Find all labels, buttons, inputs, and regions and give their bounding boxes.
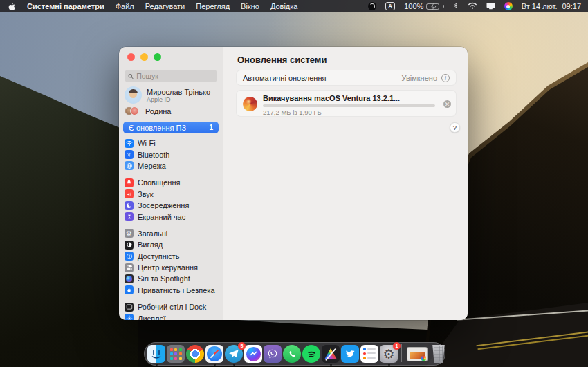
system-settings-window: Мирослав Трінько Apple ID Родина Є оновл…	[119, 47, 468, 320]
dock-spotify-icon[interactable]	[302, 344, 321, 364]
dock-launchpad-icon[interactable]	[166, 344, 185, 364]
dock-safari-icon[interactable]	[205, 344, 224, 364]
menu-window[interactable]: Вікно	[241, 2, 259, 10]
sidebar-item-sound[interactable]: Звук	[123, 189, 219, 200]
sidebar-item-general[interactable]: ⚙ Загальні	[123, 228, 219, 239]
sidebar-item-siri-spotlight[interactable]: Siri та Spotlight	[123, 273, 219, 284]
menu-edit[interactable]: Редагувати	[145, 2, 185, 10]
avatar	[125, 86, 142, 104]
sidebar-item-network[interactable]: Мережа	[123, 160, 219, 171]
help-button[interactable]: ?	[450, 122, 460, 133]
menu-bar: Системні параметри Файл Редагувати Перег…	[0, 0, 588, 12]
siri-icon	[125, 274, 134, 283]
display-icon[interactable]	[486, 2, 495, 11]
progress-bar	[263, 104, 435, 107]
hand-icon	[125, 285, 134, 294]
window-controls	[127, 53, 161, 61]
sidebar-item-family[interactable]: Родина	[125, 106, 172, 115]
search-input[interactable]	[136, 72, 214, 80]
running-indicator	[233, 364, 235, 366]
profile-name: Мирослав Трінько	[147, 88, 210, 96]
menu-clock[interactable]: Вт 14 лют. 09:17	[522, 2, 581, 10]
avatar	[130, 106, 139, 115]
sidebar-item-label: Сповіщення	[138, 178, 180, 187]
dock-minimized-window[interactable]	[405, 344, 430, 364]
sidebar-search[interactable]	[125, 70, 217, 82]
page-title: Оновлення системи	[237, 55, 327, 65]
sidebar-list: Wi-Fi Bluetooth Мережа Сповіщення	[123, 138, 219, 320]
settings-sidebar: Мирослав Трінько Apple ID Родина Є оновл…	[119, 47, 223, 320]
dock-telegram-icon[interactable]: 5	[224, 344, 244, 364]
dock-finder-icon[interactable]	[147, 344, 166, 364]
battery-indicator[interactable]: 100%	[404, 2, 444, 10]
sidebar-item-label: Приватність і Безпека	[138, 286, 215, 294]
bell-icon	[125, 178, 134, 187]
sidebar-item-control-center[interactable]: Центр керування	[123, 262, 219, 273]
clock-time: 09:17	[562, 2, 581, 10]
download-title: Викачування macOS Ventura 13.2.1...	[263, 94, 400, 102]
minimize-window-button[interactable]	[140, 53, 148, 61]
cancel-download-button[interactable]: ✕	[443, 100, 451, 108]
menu-help[interactable]: Довідка	[270, 2, 298, 10]
download-progress-card: Викачування macOS Ventura 13.2.1... 217,…	[236, 90, 457, 117]
control-center-icon	[125, 263, 134, 272]
dock-system-settings-icon[interactable]: 1 ⚙	[379, 344, 398, 364]
menu-extra-icon[interactable]	[368, 2, 376, 10]
sidebar-item-screen-time[interactable]: Екранний час	[123, 211, 219, 222]
sidebar-item-label: Робочий стіл і Dock	[138, 303, 206, 311]
clock-date: Вт 14 лют.	[522, 2, 558, 10]
menu-file[interactable]: Файл	[116, 2, 134, 10]
sidebar-item-wifi[interactable]: Wi-Fi	[123, 138, 219, 149]
wifi-icon[interactable]	[468, 2, 477, 11]
family-avatars	[125, 106, 140, 115]
info-icon[interactable]: i	[441, 74, 450, 82]
charging-bolt-icon	[431, 3, 437, 10]
apple-id-profile[interactable]: Мирослав Трінько Apple ID	[125, 86, 210, 104]
profile-subtitle: Apple ID	[147, 96, 210, 103]
dock-messenger-icon[interactable]	[244, 344, 263, 364]
gear-icon: ⚙	[383, 348, 394, 361]
automatic-updates-label: Автоматичні оновлення	[243, 74, 326, 82]
close-window-button[interactable]	[127, 53, 135, 61]
sidebar-item-label: Bluetooth	[138, 151, 169, 159]
gear-icon: ⚙	[125, 229, 134, 238]
sidebar-item-privacy-security[interactable]: Приватність і Безпека	[123, 285, 219, 296]
dock-reminders-icon[interactable]	[360, 344, 379, 364]
input-source-icon[interactable]: A	[385, 2, 395, 10]
menu-view[interactable]: Перегляд	[196, 2, 230, 10]
sidebar-item-software-update[interactable]: Є оновлення ПЗ 1	[123, 122, 219, 133]
sidebar-item-appearance[interactable]: Вигляд	[123, 239, 219, 250]
sidebar-item-label: Загальні	[138, 229, 167, 238]
dock-chrome-icon[interactable]	[185, 344, 205, 364]
dock-viber-icon[interactable]	[263, 344, 282, 364]
dock-trash-icon[interactable]	[430, 344, 448, 364]
menu-app-name[interactable]: Системні параметри	[27, 2, 104, 10]
dock-whatsapp-icon[interactable]	[282, 344, 302, 364]
battery-percent: 100%	[404, 2, 423, 10]
sidebar-item-displays[interactable]: Дисплеї	[123, 312, 219, 320]
sidebar-item-label: Екранний час	[138, 213, 185, 221]
notification-badge: 5	[238, 342, 246, 350]
battery-icon	[426, 3, 439, 10]
dock-photo-editor-icon[interactable]	[321, 344, 340, 364]
sidebar-item-label: Доступність	[138, 252, 180, 261]
sidebar-item-desktop-dock[interactable]: Робочий стіл і Dock	[123, 301, 219, 312]
download-size-text: 217,2 МБ із 1,90 ГБ	[263, 109, 322, 116]
bluetooth-icon	[125, 150, 134, 159]
sidebar-item-bluetooth[interactable]: Bluetooth	[123, 149, 219, 160]
apple-menu-icon[interactable]	[8, 2, 16, 11]
sidebar-item-label: Wi-Fi	[138, 139, 156, 147]
sidebar-item-focus[interactable]: Зосередження	[123, 200, 219, 211]
sidebar-item-label: Вигляд	[138, 241, 163, 249]
sidebar-item-label: Звук	[138, 190, 154, 198]
settings-main-panel: Оновлення системи Автоматичні оновлення …	[224, 47, 468, 320]
bluetooth-icon[interactable]	[453, 1, 459, 11]
zoom-window-button[interactable]	[154, 53, 161, 61]
automatic-updates-row[interactable]: Автоматичні оновлення Увімкнено i	[236, 70, 457, 86]
dock-twitter-icon[interactable]	[340, 344, 360, 364]
sidebar-item-label: Зосередження	[138, 201, 189, 209]
sidebar-item-notifications[interactable]: Сповіщення	[123, 177, 219, 188]
color-wheel-icon[interactable]	[504, 2, 513, 10]
sidebar-item-accessibility[interactable]: Доступність	[123, 251, 219, 262]
running-indicator	[214, 364, 216, 366]
